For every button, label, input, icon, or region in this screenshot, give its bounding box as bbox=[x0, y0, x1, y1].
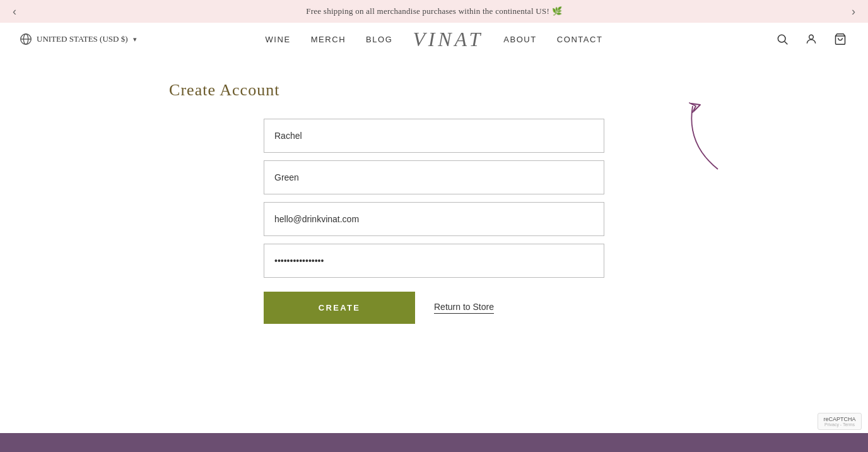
header-icons bbox=[773, 30, 849, 48]
announcement-next-button[interactable]: › bbox=[845, 5, 862, 18]
svg-point-3 bbox=[778, 35, 785, 42]
globe-icon bbox=[19, 32, 33, 46]
return-to-store-link[interactable]: Return to Store bbox=[434, 302, 494, 314]
form-actions: CREATE Return to Store bbox=[264, 292, 604, 324]
arrow-decoration bbox=[655, 93, 730, 175]
nav-blog[interactable]: BLOG bbox=[366, 35, 392, 44]
main-content: Create Account CREATE Return to Store bbox=[87, 56, 781, 362]
last-name-input[interactable] bbox=[264, 160, 604, 194]
announcement-bar: ‹ Free shipping on all merchandise purch… bbox=[0, 0, 868, 23]
search-icon bbox=[776, 33, 789, 45]
nav-merch[interactable]: MERCH bbox=[311, 35, 346, 44]
site-header: UNITED STATES (USD $) ▾ WINE MERCH BLOG … bbox=[0, 23, 868, 56]
region-selector[interactable]: UNITED STATES (USD $) ▾ bbox=[19, 32, 137, 46]
cart-icon bbox=[834, 33, 847, 45]
region-chevron-icon: ▾ bbox=[133, 35, 137, 44]
create-account-form: CREATE Return to Store bbox=[264, 119, 604, 324]
email-input[interactable] bbox=[264, 202, 604, 236]
site-logo[interactable]: vinat bbox=[413, 28, 483, 51]
announcement-text: Free shipping on all merchandise purchas… bbox=[306, 6, 562, 16]
nav-wine[interactable]: WINE bbox=[265, 35, 290, 44]
recaptcha-badge: reCAPTCHA Privacy - Terms bbox=[818, 413, 862, 430]
nav-contact[interactable]: CONTACT bbox=[557, 35, 603, 44]
nav-about[interactable]: ABOUT bbox=[503, 35, 537, 44]
svg-line-4 bbox=[785, 42, 788, 45]
search-button[interactable] bbox=[773, 30, 791, 48]
first-name-input[interactable] bbox=[264, 119, 604, 153]
create-button[interactable]: CREATE bbox=[264, 292, 415, 324]
svg-point-5 bbox=[809, 35, 814, 39]
announcement-prev-button[interactable]: ‹ bbox=[6, 5, 23, 18]
account-icon bbox=[805, 33, 818, 45]
main-nav: WINE MERCH BLOG vinat ABOUT CONTACT bbox=[265, 28, 602, 51]
footer-bar bbox=[0, 433, 868, 452]
account-button[interactable] bbox=[802, 30, 820, 48]
password-input[interactable] bbox=[264, 244, 604, 278]
cart-button[interactable] bbox=[831, 30, 849, 48]
region-label: UNITED STATES (USD $) bbox=[37, 34, 127, 44]
